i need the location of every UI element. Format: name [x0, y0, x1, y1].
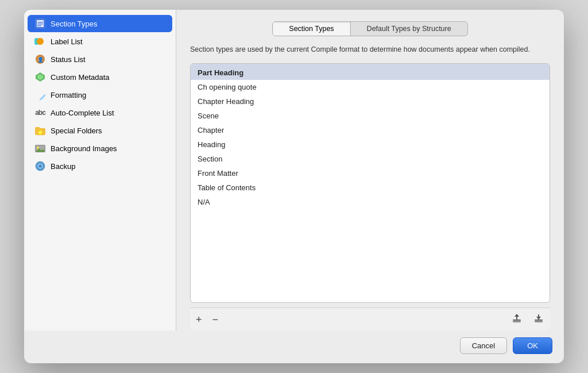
export-button[interactable]: [508, 312, 526, 327]
list-item[interactable]: Part Heading: [191, 64, 550, 80]
svg-marker-24: [514, 314, 519, 317]
svg-text:👤: 👤: [37, 56, 44, 63]
dialog-footer: Cancel OK: [24, 330, 564, 363]
svg-marker-28: [536, 317, 541, 320]
svg-rect-26: [535, 321, 543, 322]
svg-rect-22: [513, 321, 521, 322]
svg-rect-2: [37, 24, 43, 25]
list-item[interactable]: Scene: [191, 109, 550, 123]
status-list-icon: 👤: [34, 53, 46, 65]
sidebar-item-backup[interactable]: Backup: [28, 157, 172, 175]
list-item[interactable]: Chapter: [191, 123, 550, 137]
sidebar-item-custom-metadata-label: Custom Metadata: [51, 73, 110, 82]
sidebar-item-special-folders[interactable]: Special Folders: [28, 122, 172, 139]
sidebar-item-status-list[interactable]: 👤 Status List: [28, 51, 172, 68]
sidebar-item-auto-complete[interactable]: abc Auto-Complete List: [28, 104, 172, 121]
label-list-icon: [34, 36, 46, 47]
special-folders-icon: [34, 125, 46, 136]
sidebar-item-section-types-label: Section Types: [51, 20, 97, 28]
background-images-icon: [34, 143, 46, 154]
list-item[interactable]: Section: [191, 152, 550, 166]
cancel-button[interactable]: Cancel: [460, 337, 507, 354]
sidebar-item-label-list-label: Label List: [51, 37, 83, 46]
import-button[interactable]: [529, 312, 548, 327]
formatting-icon: [34, 89, 46, 101]
main-panel: Section Types Default Types by Structure…: [176, 10, 564, 330]
list-item[interactable]: Heading: [191, 137, 550, 152]
list-item[interactable]: Table of Contents: [191, 180, 550, 195]
seg-section-types[interactable]: Section Types: [273, 22, 350, 36]
sidebar-item-label-list[interactable]: Label List: [28, 33, 172, 50]
svg-rect-3: [37, 25, 41, 26]
add-button[interactable]: +: [192, 313, 206, 326]
sidebar-item-custom-metadata[interactable]: Custom Metadata: [28, 68, 172, 86]
sidebar-item-backup-label: Backup: [51, 162, 75, 171]
sidebar-item-special-folders-label: Special Folders: [51, 126, 102, 135]
auto-complete-icon: abc: [34, 107, 46, 118]
list-toolbar: + −: [190, 307, 550, 330]
toolbar-right: [508, 312, 548, 327]
section-types-icon: [34, 18, 46, 29]
toolbar-left: + −: [192, 313, 222, 326]
sidebar-item-formatting[interactable]: Formatting: [28, 86, 172, 103]
list-item[interactable]: Chapter Heading: [191, 94, 550, 109]
sidebar-item-formatting-label: Formatting: [51, 91, 86, 99]
custom-metadata-icon: [34, 71, 46, 83]
list-item[interactable]: N/A: [191, 195, 550, 209]
segmented-control: Section Types Default Types by Structure: [272, 21, 467, 36]
seg-default-types[interactable]: Default Types by Structure: [351, 22, 467, 36]
list-item[interactable]: Ch opening quote: [191, 80, 550, 94]
sidebar-item-background-images-label: Background Images: [51, 144, 117, 153]
svg-rect-12: [40, 94, 45, 100]
sidebar-item-background-images[interactable]: Background Images: [28, 140, 172, 157]
svg-point-20: [39, 165, 42, 168]
svg-rect-25: [535, 320, 543, 321]
remove-button[interactable]: −: [209, 313, 222, 326]
dialog: Section Types Label List: [24, 10, 564, 363]
ok-button[interactable]: OK: [513, 337, 552, 354]
sidebar-item-section-types[interactable]: Section Types: [28, 15, 172, 32]
dialog-content: Section Types Label List: [24, 10, 564, 330]
svg-rect-1: [37, 22, 43, 23]
svg-point-5: [37, 38, 44, 45]
sidebar: Section Types Label List: [24, 10, 176, 330]
backup-icon: [34, 160, 46, 172]
sidebar-item-status-list-label: Status List: [51, 55, 86, 64]
description-text: Section types are used by the current Co…: [190, 44, 550, 55]
svg-point-16: [37, 147, 39, 149]
svg-rect-21: [513, 320, 521, 321]
sidebar-item-auto-complete-label: Auto-Complete List: [51, 109, 114, 117]
list-item[interactable]: Front Matter: [191, 166, 550, 180]
section-types-list: Part Heading Ch opening quote Chapter He…: [190, 63, 550, 303]
